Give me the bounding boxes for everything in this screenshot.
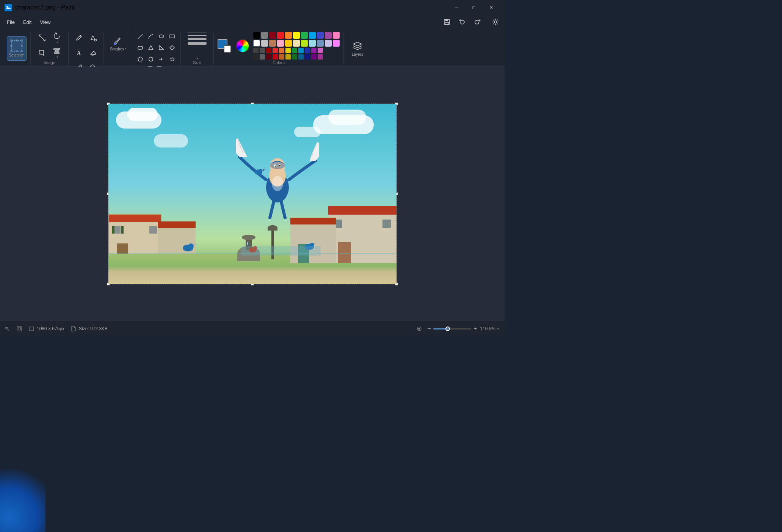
swatch-orange[interactable] bbox=[285, 32, 292, 39]
swatch-mgreen[interactable] bbox=[292, 54, 297, 60]
swatch-moran[interactable] bbox=[279, 54, 284, 60]
swatch-mpurp[interactable] bbox=[311, 54, 317, 60]
size-dropdown-arrow[interactable]: ▾ bbox=[196, 56, 198, 60]
swatch-lgreen[interactable] bbox=[301, 40, 308, 47]
swatch-lavender[interactable] bbox=[325, 40, 332, 47]
swatch-lpink[interactable] bbox=[277, 40, 284, 47]
swatch-purple[interactable] bbox=[325, 32, 332, 39]
swatch-dpink[interactable] bbox=[318, 48, 323, 53]
swatch-mgray[interactable] bbox=[260, 48, 265, 53]
swatch-green[interactable] bbox=[301, 32, 308, 39]
svg-point-18 bbox=[95, 39, 97, 41]
settings-button[interactable] bbox=[489, 17, 501, 27]
swatch-mnavy[interactable] bbox=[305, 54, 310, 60]
shape-pentagon-button[interactable] bbox=[135, 54, 146, 64]
shape-star-button[interactable] bbox=[167, 54, 177, 64]
layers-button[interactable]: Layers bbox=[348, 36, 367, 61]
swatch-lcyan[interactable] bbox=[309, 40, 316, 47]
shape-curve-button[interactable] bbox=[146, 31, 156, 42]
shape-rect-button[interactable] bbox=[167, 31, 177, 42]
swatch-gray[interactable] bbox=[261, 32, 268, 39]
undo-button[interactable] bbox=[456, 17, 468, 27]
shape-diamond-button[interactable] bbox=[167, 42, 177, 53]
swatch-red[interactable] bbox=[277, 32, 284, 39]
fill-button[interactable] bbox=[86, 31, 100, 45]
swatch-gold[interactable] bbox=[285, 40, 292, 47]
swatch-dred[interactable] bbox=[266, 48, 271, 53]
swatch-blue[interactable] bbox=[309, 32, 316, 39]
crop-button[interactable] bbox=[35, 46, 49, 60]
menu-view[interactable]: View bbox=[36, 18, 54, 27]
swatch-mcyan[interactable] bbox=[298, 54, 304, 60]
shape-ellipse-button[interactable] bbox=[156, 31, 167, 42]
text-button[interactable]: A bbox=[72, 46, 86, 60]
maximize-button[interactable]: □ bbox=[465, 2, 483, 14]
adjust-button[interactable]: ▾ bbox=[50, 46, 64, 60]
swatch-myellow[interactable] bbox=[285, 54, 291, 60]
swatch-dcyan[interactable] bbox=[298, 48, 304, 53]
layers-content: Layers bbox=[348, 31, 367, 66]
color-picker-palette[interactable] bbox=[236, 39, 249, 53]
menu-file[interactable]: File bbox=[3, 18, 19, 27]
size-3px[interactable] bbox=[188, 35, 207, 36]
size-1px[interactable] bbox=[188, 33, 207, 33]
swatch-mred[interactable] bbox=[266, 54, 271, 60]
selection-tool-button[interactable]: Selection bbox=[7, 36, 27, 61]
adjust-dropdown[interactable]: ▾ bbox=[56, 55, 58, 59]
swatch-cream[interactable] bbox=[293, 40, 300, 47]
redo-button[interactable] bbox=[471, 17, 483, 27]
swatch-black[interactable] bbox=[253, 32, 260, 39]
swatch-magenta[interactable] bbox=[333, 40, 340, 47]
zoom-plus-button[interactable]: + bbox=[473, 325, 477, 332]
menu-edit[interactable]: Edit bbox=[19, 18, 35, 27]
display-options-button[interactable] bbox=[414, 323, 425, 334]
swatch-navy[interactable] bbox=[305, 48, 310, 53]
close-button[interactable]: ✕ bbox=[483, 2, 500, 14]
swatch-darkblue[interactable] bbox=[317, 32, 324, 39]
rotate-dropdown[interactable]: ▾ bbox=[56, 41, 58, 44]
swatch-white[interactable] bbox=[253, 40, 260, 47]
shape-triangle-button[interactable] bbox=[146, 42, 156, 53]
svg-rect-51 bbox=[18, 328, 20, 330]
swatch-brown[interactable] bbox=[269, 40, 276, 47]
swatch-yellow[interactable] bbox=[293, 32, 300, 39]
swatch-cred[interactable] bbox=[273, 54, 278, 60]
swatch-slateblue[interactable] bbox=[317, 40, 324, 47]
zoom-minus-button[interactable]: − bbox=[428, 325, 431, 332]
brush-dropdown[interactable]: ▾ bbox=[125, 47, 126, 50]
size-8px[interactable] bbox=[188, 42, 207, 45]
fullscreen-indicator[interactable] bbox=[16, 326, 22, 332]
brush-large-button[interactable]: ▾ Brushes bbox=[107, 31, 127, 55]
swatch-lgray[interactable] bbox=[261, 40, 268, 47]
swatch-doran[interactable] bbox=[279, 48, 284, 53]
background-color[interactable] bbox=[224, 45, 231, 53]
statusbar-left: ↖ 1080 × 675px Size: 972.3KB bbox=[5, 325, 108, 333]
swatch-mpink[interactable] bbox=[318, 54, 323, 60]
shape-rtriangle-icon bbox=[158, 45, 165, 51]
shape-rtriangle-button[interactable] bbox=[156, 42, 167, 53]
pencil-button[interactable] bbox=[72, 31, 86, 45]
zoom-level-display[interactable]: 110.5% bbox=[480, 326, 500, 331]
swatch-bred[interactable] bbox=[273, 48, 278, 53]
shutter-1b bbox=[121, 226, 124, 234]
shape-arrow-button[interactable] bbox=[156, 54, 167, 64]
shape-line-button[interactable] bbox=[135, 31, 146, 42]
save-button[interactable] bbox=[441, 17, 453, 27]
zoom-thumb[interactable] bbox=[445, 326, 450, 331]
swatch-vdgray[interactable] bbox=[253, 54, 259, 60]
resize-button[interactable] bbox=[35, 31, 49, 45]
shape-rect2-button[interactable] bbox=[135, 42, 146, 53]
shape-hexagon-button[interactable] bbox=[146, 54, 156, 64]
eraser-button[interactable] bbox=[86, 46, 100, 60]
swatch-dpurple[interactable] bbox=[311, 48, 317, 53]
swatch-slateg[interactable] bbox=[260, 54, 265, 60]
swatch-darkred[interactable] bbox=[269, 32, 276, 39]
swatch-dgray[interactable] bbox=[253, 48, 259, 53]
swatch-dgreen[interactable] bbox=[292, 48, 297, 53]
minimize-button[interactable]: ─ bbox=[448, 2, 465, 14]
swatch-pink[interactable] bbox=[333, 32, 340, 39]
swatch-dyellow[interactable] bbox=[285, 48, 291, 53]
zoom-slider[interactable] bbox=[433, 328, 471, 330]
size-5px[interactable] bbox=[188, 38, 207, 40]
rotate-button[interactable]: ▾ bbox=[50, 31, 64, 45]
